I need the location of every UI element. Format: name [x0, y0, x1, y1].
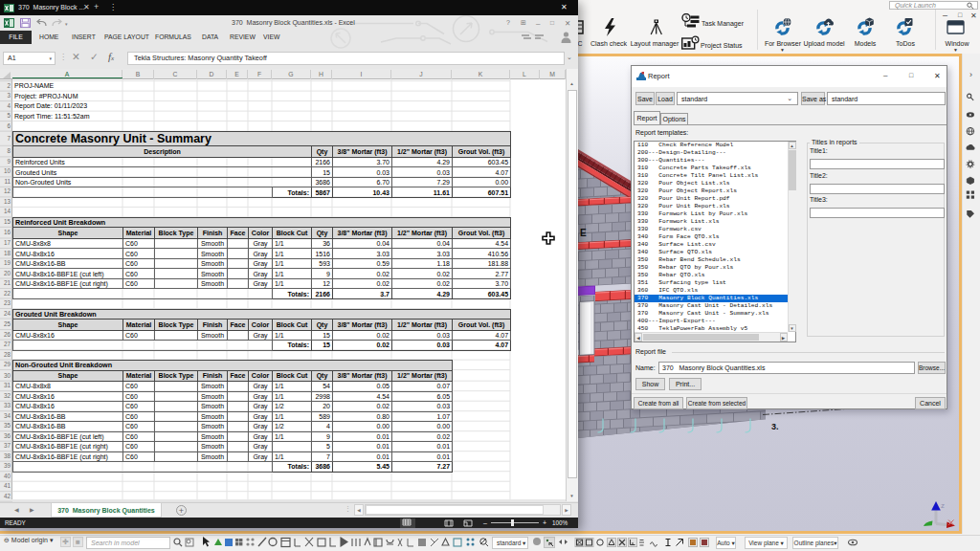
svg-text:z: z	[941, 501, 945, 510]
svg-text:3.: 3.	[771, 422, 779, 431]
svg-text:E: E	[580, 228, 587, 238]
